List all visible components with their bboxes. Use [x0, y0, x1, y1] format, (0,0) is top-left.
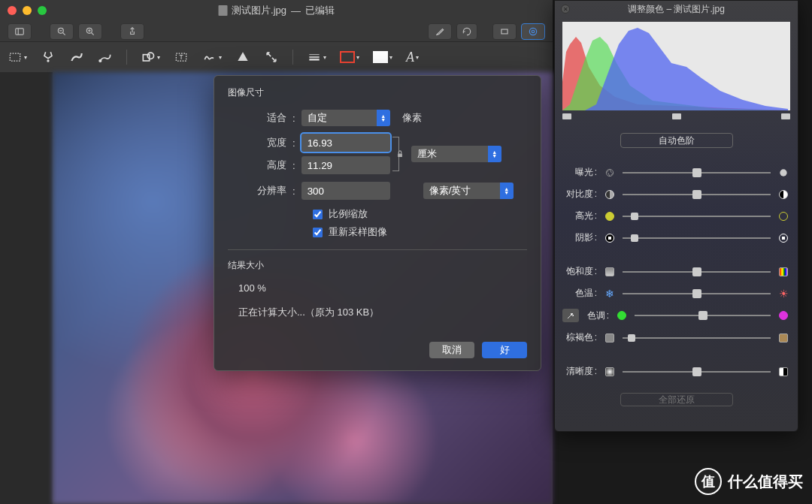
fit-select[interactable]: 自定 ▲▼: [301, 110, 390, 126]
watermark-text: 什么值得买: [728, 472, 803, 492]
panel-close-button[interactable]: ✕: [561, 5, 570, 14]
window-minimize-button[interactable]: [23, 6, 32, 15]
sepia-full-icon: [778, 333, 789, 343]
draw-tool[interactable]: [98, 50, 113, 65]
zoom-in-button[interactable]: [78, 23, 102, 40]
resolution-unit-select[interactable]: 像素/英寸 ▲▼: [423, 183, 514, 199]
histogram[interactable]: [562, 22, 790, 110]
sepia-none-icon: [604, 333, 615, 343]
resample-image-checkbox[interactable]: [313, 228, 323, 237]
reset-all-button[interactable]: 全部还原: [620, 393, 733, 406]
shadow-clip-slider[interactable]: [562, 113, 571, 119]
text-tool[interactable]: T: [174, 50, 189, 65]
exposure-slider[interactable]: [623, 172, 771, 174]
instant-alpha-tool[interactable]: [41, 50, 56, 65]
sharpness-slider[interactable]: [623, 371, 771, 373]
svg-point-13: [47, 60, 49, 62]
fit-value: 自定: [308, 111, 327, 125]
contrast-slider-row: 对比度: [555, 188, 798, 201]
tint-magenta-icon: [778, 310, 789, 321]
eyedropper-button[interactable]: [562, 309, 579, 322]
aspect-lock-bracket: [390, 134, 404, 174]
temp-cold-icon: ❄: [604, 288, 615, 299]
border-color-tool[interactable]: ▾: [340, 51, 359, 63]
watermark: 值 什么值得买: [695, 468, 803, 495]
select-arrows-icon: ▲▼: [500, 183, 514, 199]
select-arrows-icon: ▲▼: [377, 110, 390, 126]
shadows-label: 阴影: [564, 231, 597, 244]
exposure-label: 曝光: [564, 166, 597, 179]
sign-tool[interactable]: ▾: [202, 50, 222, 65]
window-status: 已编辑: [305, 4, 335, 17]
canvas-margin: [0, 72, 53, 504]
sepia-slider[interactable]: [623, 337, 771, 339]
adjust-size-tool[interactable]: [264, 50, 279, 65]
svg-point-27: [780, 169, 786, 176]
contrast-label: 对比度: [564, 188, 597, 201]
watermark-badge: 值: [695, 468, 722, 495]
cancel-button[interactable]: 取消: [429, 342, 474, 358]
svg-rect-12: [10, 53, 20, 61]
adjust-color-panel: ✕ 调整颜色 – 测试图片.jpg 自动色阶 曝光 对比度 高光 阴影: [554, 0, 798, 432]
shapes-tool[interactable]: ▾: [141, 50, 160, 65]
window-title: 测试图片.jpg — 已编辑: [218, 4, 335, 17]
shadows-slider[interactable]: [623, 237, 771, 239]
auto-levels-button[interactable]: 自动色阶: [620, 133, 733, 148]
adjust-color-tool[interactable]: [235, 50, 250, 65]
temperature-slider[interactable]: [623, 293, 771, 294]
aperture-icon: [604, 167, 615, 178]
sidebar-toggle-button[interactable]: [8, 23, 32, 40]
exposure-slider-row: 曝光: [555, 166, 798, 179]
tint-slider[interactable]: [635, 315, 771, 316]
resolution-input[interactable]: [301, 182, 390, 200]
width-input[interactable]: [301, 134, 390, 152]
height-input[interactable]: [301, 156, 390, 174]
zoom-out-button[interactable]: [50, 23, 74, 40]
histogram-sliders: [562, 113, 790, 119]
saturation-slider[interactable]: [623, 271, 771, 273]
highlight-light-icon: [778, 211, 789, 222]
crop-button[interactable]: [492, 23, 517, 40]
midtone-slider[interactable]: [672, 113, 681, 119]
contrast-slider[interactable]: [623, 194, 771, 195]
temperature-slider-row: 色温 ❄ ☀: [555, 287, 798, 300]
document-icon: [218, 5, 227, 16]
toolbar-markup: ▾ ▾ T ▾ ▾ ▾ ▾ A▾: [0, 42, 553, 72]
temperature-label: 色温: [564, 287, 597, 300]
size-unit-select[interactable]: 厘米 ▲▼: [411, 146, 501, 162]
fill-color-tool[interactable]: ▾: [373, 51, 392, 63]
highlight-clip-slider[interactable]: [781, 113, 790, 119]
resolution-unit-value: 像素/英寸: [429, 184, 471, 198]
saturation-low-icon: [604, 267, 615, 277]
selection-tool[interactable]: ▾: [8, 50, 27, 65]
window-close-button[interactable]: [8, 6, 17, 15]
ok-button[interactable]: 好: [482, 342, 527, 358]
svg-point-14: [99, 60, 102, 62]
tint-green-icon: [617, 310, 627, 321]
width-label: 宽度: [228, 136, 286, 149]
line-style-tool[interactable]: ▾: [307, 50, 326, 65]
contrast-high-icon: [778, 189, 789, 200]
tint-label: 色调: [586, 309, 609, 322]
text-style-tool[interactable]: A▾: [406, 50, 419, 65]
inspector-button[interactable]: [521, 23, 545, 40]
toolbar-main: [0, 21, 553, 42]
panel-titlebar: ✕ 调整颜色 – 测试图片.jpg: [555, 1, 798, 17]
sepia-label: 棕褐色: [564, 331, 597, 344]
rotate-button[interactable]: [456, 23, 477, 40]
highlights-label: 高光: [564, 210, 597, 222]
sketch-tool[interactable]: [69, 50, 84, 65]
fit-unit-label: 像素: [402, 111, 422, 125]
scale-proportionally-checkbox[interactable]: [313, 210, 323, 219]
share-button[interactable]: [120, 23, 144, 40]
svg-rect-22: [398, 153, 402, 157]
markup-button[interactable]: [428, 23, 452, 40]
lock-icon[interactable]: [395, 149, 405, 159]
select-arrows-icon: ▲▼: [488, 146, 501, 162]
highlights-slider[interactable]: [623, 216, 771, 217]
contrast-low-icon: [604, 189, 615, 200]
svg-line-6: [92, 32, 94, 35]
window-maximize-button[interactable]: [38, 6, 47, 15]
result-message: 正在计算大小...（原为 103 KB）: [238, 306, 527, 319]
result-percent: 100 %: [238, 282, 527, 294]
